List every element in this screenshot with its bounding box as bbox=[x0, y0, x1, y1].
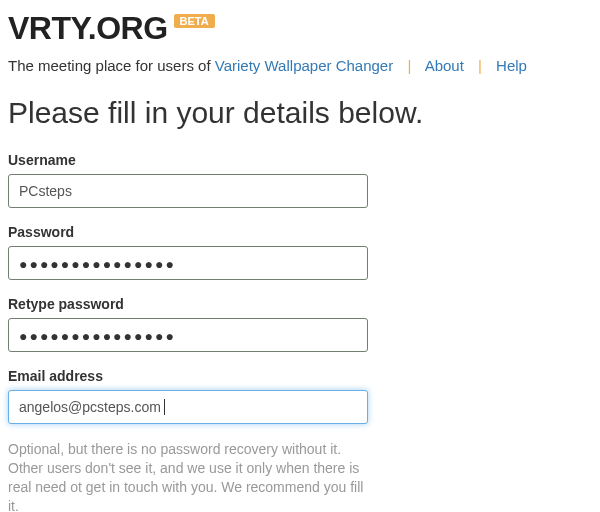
email-value: angelos@pcsteps.com bbox=[19, 399, 161, 415]
site-name: VRTY.ORG bbox=[8, 10, 168, 47]
nav-help[interactable]: Help bbox=[496, 57, 527, 74]
email-label: Email address bbox=[8, 368, 368, 384]
tagline-row: The meeting place for users of Variety W… bbox=[8, 57, 592, 74]
field-username: Username bbox=[8, 152, 368, 208]
field-email: Email address angelos@pcsteps.com bbox=[8, 368, 368, 424]
retype-password-input[interactable]: ●●●●●●●●●●●●●●● bbox=[8, 318, 368, 352]
page-title: Please fill in your details below. bbox=[8, 96, 592, 130]
tagline-prefix: The meeting place for users of bbox=[8, 57, 215, 74]
text-caret-icon bbox=[160, 399, 165, 415]
app-link[interactable]: Variety Wallpaper Changer bbox=[215, 57, 393, 74]
password-label: Password bbox=[8, 224, 368, 240]
username-input[interactable] bbox=[8, 174, 368, 208]
nav-separator: | bbox=[397, 57, 421, 74]
nav-about[interactable]: About bbox=[425, 57, 464, 74]
nav-separator: | bbox=[468, 57, 492, 74]
email-input[interactable]: angelos@pcsteps.com bbox=[8, 390, 368, 424]
field-retype-password: Retype password ●●●●●●●●●●●●●●● bbox=[8, 296, 368, 352]
email-help-text: Optional, but there is no password recov… bbox=[8, 440, 368, 512]
retype-password-label: Retype password bbox=[8, 296, 368, 312]
field-password: Password ●●●●●●●●●●●●●●● bbox=[8, 224, 368, 280]
beta-badge: BETA bbox=[174, 14, 215, 28]
site-header: VRTY.ORG BETA bbox=[8, 10, 592, 47]
password-input[interactable]: ●●●●●●●●●●●●●●● bbox=[8, 246, 368, 280]
username-label: Username bbox=[8, 152, 368, 168]
